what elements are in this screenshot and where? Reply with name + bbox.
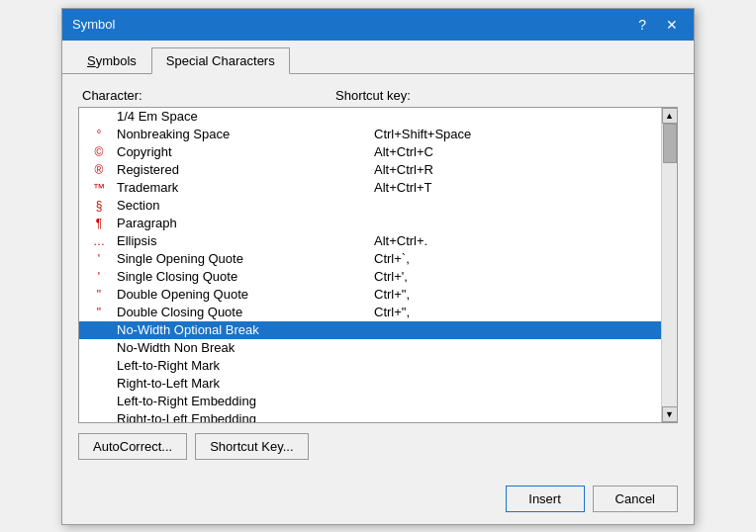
row-name: Left-to-Right Embedding — [117, 394, 334, 408]
table-row[interactable]: ™ Trademark Alt+Ctrl+T — [79, 179, 661, 197]
row-name: Right-to-Left Embedding — [117, 411, 334, 422]
row-name: Paragraph — [117, 216, 334, 230]
row-symbol: " — [81, 306, 117, 319]
row-name: Single Closing Quote — [117, 269, 334, 284]
autocorrect-button[interactable]: AutoCorrect... — [78, 433, 187, 460]
row-name: Trademark — [117, 180, 334, 195]
row-shortcut: Ctrl+', — [334, 269, 659, 284]
row-name: Right-to-Left Mark — [117, 376, 334, 391]
row-name: Ellipsis — [117, 233, 334, 248]
row-shortcut: Alt+Ctrl+R — [334, 162, 659, 177]
table-row[interactable]: " Double Opening Quote Ctrl+", — [79, 286, 661, 304]
row-shortcut: Ctrl+", — [334, 305, 659, 319]
table-scroll-area[interactable]: 1/4 Em Space ° Nonbreaking Space Ctrl+Sh… — [79, 108, 661, 422]
table-row[interactable]: " Double Closing Quote Ctrl+", — [79, 304, 661, 321]
title-bar-controls: ? ✕ — [632, 16, 684, 34]
tab-symbols-label: Symbols — [87, 53, 137, 68]
table-row[interactable]: Right-to-Left Mark — [79, 375, 661, 393]
close-button[interactable]: ✕ — [660, 16, 684, 34]
dialog-title: Symbol — [72, 17, 115, 32]
characters-table: 1/4 Em Space ° Nonbreaking Space Ctrl+Sh… — [78, 107, 678, 423]
symbol-dialog: Symbol ? ✕ Symbols Special Characters Ch… — [61, 8, 695, 525]
table-row[interactable]: Left-to-Right Embedding — [79, 393, 661, 410]
row-name: Double Closing Quote — [117, 305, 334, 319]
tab-bar: Symbols Special Characters — [62, 41, 694, 74]
table-row[interactable]: § Section — [79, 197, 661, 215]
row-name: No-Width Optional Break — [117, 322, 334, 337]
row-name: Single Opening Quote — [117, 251, 334, 266]
row-name: 1/4 Em Space — [117, 109, 334, 124]
row-shortcut: Alt+Ctrl+. — [334, 233, 659, 248]
table-row[interactable]: ¶ Paragraph — [79, 215, 661, 232]
dialog-content: Character: Shortcut key: 1/4 Em Space ° … — [62, 74, 694, 478]
cancel-button[interactable]: Cancel — [593, 486, 678, 512]
character-header: Character: — [78, 88, 276, 103]
action-buttons: AutoCorrect... Shortcut Key... — [78, 433, 678, 460]
scroll-thumb[interactable] — [663, 124, 677, 163]
row-name: Copyright — [117, 144, 334, 159]
row-symbol: ' — [81, 270, 117, 284]
row-shortcut: Ctrl+`, — [334, 251, 659, 266]
table-row[interactable]: ' Single Closing Quote Ctrl+', — [79, 268, 661, 286]
table-row[interactable]: ® Registered Alt+Ctrl+R — [79, 161, 661, 179]
row-shortcut: Alt+Ctrl+C — [334, 144, 659, 159]
row-name: Double Opening Quote — [117, 287, 334, 302]
row-symbol: " — [81, 288, 117, 302]
table-row[interactable]: … Ellipsis Alt+Ctrl+. — [79, 232, 661, 250]
table-row[interactable]: No-Width Non Break — [79, 339, 661, 357]
row-symbol: ° — [81, 128, 117, 141]
table-row[interactable]: © Copyright Alt+Ctrl+C — [79, 143, 661, 161]
row-shortcut: Ctrl+", — [334, 287, 659, 302]
help-button[interactable]: ? — [632, 16, 652, 34]
table-row[interactable]: 1/4 Em Space — [79, 108, 661, 126]
table-row[interactable]: ' Single Opening Quote Ctrl+`, — [79, 250, 661, 268]
table-row-selected[interactable]: No-Width Optional Break — [79, 321, 661, 339]
shortcut-key-button[interactable]: Shortcut Key... — [195, 433, 308, 460]
row-shortcut: Ctrl+Shift+Space — [334, 127, 659, 141]
row-symbol: © — [81, 145, 117, 159]
tab-special-characters[interactable]: Special Characters — [151, 47, 290, 74]
tab-special-characters-label: Special Characters — [166, 53, 275, 68]
row-symbol: … — [81, 234, 117, 248]
insert-button[interactable]: Insert — [506, 486, 585, 512]
row-symbol: § — [81, 199, 117, 213]
title-bar: Symbol ? ✕ — [62, 9, 694, 41]
row-name: Registered — [117, 162, 334, 177]
footer-buttons: Insert Cancel — [62, 478, 694, 524]
tab-symbols[interactable]: Symbols — [72, 47, 151, 74]
row-shortcut: Alt+Ctrl+T — [334, 180, 659, 195]
scroll-up-arrow[interactable]: ▲ — [662, 108, 678, 124]
row-symbol: ® — [81, 163, 117, 177]
row-symbol: ™ — [81, 181, 117, 195]
scroll-down-arrow[interactable]: ▼ — [662, 406, 678, 422]
row-name: Section — [117, 198, 334, 213]
row-name: Nonbreaking Space — [117, 127, 334, 141]
table-row[interactable]: Left-to-Right Mark — [79, 357, 661, 375]
row-symbol: ' — [81, 252, 117, 266]
row-name: Left-to-Right Mark — [117, 358, 334, 373]
shortcut-header: Shortcut key: — [276, 88, 678, 103]
row-name: No-Width Non Break — [117, 340, 334, 355]
scroll-track[interactable] — [662, 124, 677, 406]
table-row[interactable]: ° Nonbreaking Space Ctrl+Shift+Space — [79, 126, 661, 143]
column-headers: Character: Shortcut key: — [78, 86, 678, 107]
table-row[interactable]: Right-to-Left Embedding — [79, 410, 661, 422]
row-symbol: ¶ — [81, 217, 117, 230]
scrollbar[interactable]: ▲ ▼ — [661, 108, 677, 422]
